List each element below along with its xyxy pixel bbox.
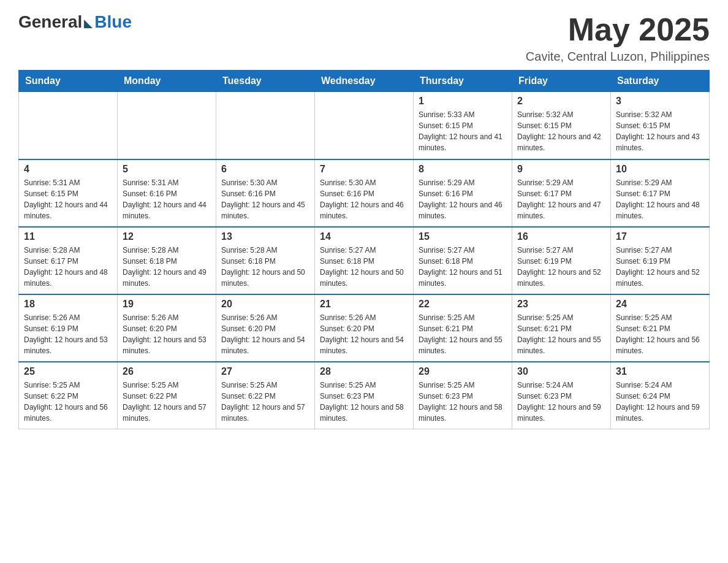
calendar-week-row: 11Sunrise: 5:28 AM Sunset: 6:17 PM Dayli…	[19, 227, 710, 294]
day-number: 25	[24, 366, 112, 377]
day-number: 17	[616, 231, 704, 242]
day-number: 28	[320, 366, 408, 377]
day-number: 22	[419, 299, 507, 310]
day-info: Sunrise: 5:25 AM Sunset: 6:21 PM Dayligh…	[517, 312, 605, 356]
day-number: 13	[221, 231, 309, 242]
calendar-week-row: 18Sunrise: 5:26 AM Sunset: 6:19 PM Dayli…	[19, 294, 710, 362]
day-number: 11	[24, 231, 112, 242]
calendar-cell: 2Sunrise: 5:32 AM Sunset: 6:15 PM Daylig…	[512, 92, 611, 159]
logo-general-text: General	[18, 12, 82, 32]
calendar-cell: 1Sunrise: 5:33 AM Sunset: 6:15 PM Daylig…	[414, 92, 512, 159]
day-number: 10	[616, 164, 704, 175]
day-info: Sunrise: 5:24 AM Sunset: 6:23 PM Dayligh…	[517, 380, 605, 424]
calendar-cell: 12Sunrise: 5:28 AM Sunset: 6:18 PM Dayli…	[118, 227, 216, 294]
day-info: Sunrise: 5:25 AM Sunset: 6:21 PM Dayligh…	[616, 312, 704, 356]
day-number: 16	[517, 231, 605, 242]
calendar-cell: 18Sunrise: 5:26 AM Sunset: 6:19 PM Dayli…	[19, 294, 118, 362]
calendar-cell: 30Sunrise: 5:24 AM Sunset: 6:23 PM Dayli…	[512, 362, 611, 429]
calendar-cell: 19Sunrise: 5:26 AM Sunset: 6:20 PM Dayli…	[118, 294, 216, 362]
calendar-week-row: 4Sunrise: 5:31 AM Sunset: 6:15 PM Daylig…	[19, 159, 710, 227]
day-number: 5	[123, 164, 211, 175]
day-info: Sunrise: 5:25 AM Sunset: 6:21 PM Dayligh…	[419, 312, 507, 356]
calendar-cell: 5Sunrise: 5:31 AM Sunset: 6:16 PM Daylig…	[118, 159, 216, 227]
day-number: 24	[616, 299, 704, 310]
day-number: 12	[123, 231, 211, 242]
day-info: Sunrise: 5:25 AM Sunset: 6:22 PM Dayligh…	[123, 380, 211, 424]
calendar-cell: 22Sunrise: 5:25 AM Sunset: 6:21 PM Dayli…	[414, 294, 512, 362]
calendar-cell: 29Sunrise: 5:25 AM Sunset: 6:23 PM Dayli…	[414, 362, 512, 429]
calendar-cell: 25Sunrise: 5:25 AM Sunset: 6:22 PM Dayli…	[19, 362, 118, 429]
col-header-monday: Monday	[118, 71, 216, 92]
col-header-tuesday: Tuesday	[216, 71, 315, 92]
day-number: 15	[419, 231, 507, 242]
day-info: Sunrise: 5:27 AM Sunset: 6:18 PM Dayligh…	[320, 245, 408, 289]
day-number: 21	[320, 299, 408, 310]
day-info: Sunrise: 5:28 AM Sunset: 6:18 PM Dayligh…	[221, 245, 309, 289]
day-number: 19	[123, 299, 211, 310]
calendar-cell: 24Sunrise: 5:25 AM Sunset: 6:21 PM Dayli…	[611, 294, 710, 362]
month-year-title: May 2025	[526, 12, 710, 47]
calendar-cell	[216, 92, 315, 159]
calendar-cell: 21Sunrise: 5:26 AM Sunset: 6:20 PM Dayli…	[315, 294, 414, 362]
day-number: 31	[616, 366, 704, 377]
calendar-cell: 3Sunrise: 5:32 AM Sunset: 6:15 PM Daylig…	[611, 92, 710, 159]
day-info: Sunrise: 5:30 AM Sunset: 6:16 PM Dayligh…	[221, 177, 309, 221]
day-info: Sunrise: 5:26 AM Sunset: 6:19 PM Dayligh…	[24, 312, 112, 356]
day-info: Sunrise: 5:29 AM Sunset: 6:17 PM Dayligh…	[616, 177, 704, 221]
calendar-cell: 26Sunrise: 5:25 AM Sunset: 6:22 PM Dayli…	[118, 362, 216, 429]
calendar-cell: 27Sunrise: 5:25 AM Sunset: 6:22 PM Dayli…	[216, 362, 315, 429]
day-info: Sunrise: 5:26 AM Sunset: 6:20 PM Dayligh…	[123, 312, 211, 356]
day-info: Sunrise: 5:27 AM Sunset: 6:19 PM Dayligh…	[616, 245, 704, 289]
day-info: Sunrise: 5:32 AM Sunset: 6:15 PM Dayligh…	[517, 109, 605, 153]
calendar-cell: 14Sunrise: 5:27 AM Sunset: 6:18 PM Dayli…	[315, 227, 414, 294]
calendar-cell	[315, 92, 414, 159]
day-info: Sunrise: 5:28 AM Sunset: 6:18 PM Dayligh…	[123, 245, 211, 289]
calendar-header-row: SundayMondayTuesdayWednesdayThursdayFrid…	[19, 71, 710, 92]
day-info: Sunrise: 5:25 AM Sunset: 6:22 PM Dayligh…	[221, 380, 309, 424]
day-number: 23	[517, 299, 605, 310]
day-info: Sunrise: 5:32 AM Sunset: 6:15 PM Dayligh…	[616, 109, 704, 153]
calendar-cell: 31Sunrise: 5:24 AM Sunset: 6:24 PM Dayli…	[611, 362, 710, 429]
day-info: Sunrise: 5:31 AM Sunset: 6:15 PM Dayligh…	[24, 177, 112, 221]
calendar-cell: 11Sunrise: 5:28 AM Sunset: 6:17 PM Dayli…	[19, 227, 118, 294]
col-header-wednesday: Wednesday	[315, 71, 414, 92]
page-header: General Blue May 2025 Cavite, Central Lu…	[18, 12, 710, 64]
calendar-table: SundayMondayTuesdayWednesdayThursdayFrid…	[18, 70, 710, 429]
day-number: 20	[221, 299, 309, 310]
calendar-cell: 20Sunrise: 5:26 AM Sunset: 6:20 PM Dayli…	[216, 294, 315, 362]
calendar-cell: 23Sunrise: 5:25 AM Sunset: 6:21 PM Dayli…	[512, 294, 611, 362]
calendar-cell: 8Sunrise: 5:29 AM Sunset: 6:16 PM Daylig…	[414, 159, 512, 227]
calendar-cell: 28Sunrise: 5:25 AM Sunset: 6:23 PM Dayli…	[315, 362, 414, 429]
col-header-friday: Friday	[512, 71, 611, 92]
day-info: Sunrise: 5:27 AM Sunset: 6:18 PM Dayligh…	[419, 245, 507, 289]
calendar-cell: 13Sunrise: 5:28 AM Sunset: 6:18 PM Dayli…	[216, 227, 315, 294]
day-info: Sunrise: 5:31 AM Sunset: 6:16 PM Dayligh…	[123, 177, 211, 221]
day-number: 1	[419, 96, 507, 107]
day-info: Sunrise: 5:26 AM Sunset: 6:20 PM Dayligh…	[221, 312, 309, 356]
col-header-thursday: Thursday	[414, 71, 512, 92]
day-number: 3	[616, 96, 704, 107]
day-number: 9	[517, 164, 605, 175]
day-number: 30	[517, 366, 605, 377]
day-info: Sunrise: 5:27 AM Sunset: 6:19 PM Dayligh…	[517, 245, 605, 289]
calendar-cell: 17Sunrise: 5:27 AM Sunset: 6:19 PM Dayli…	[611, 227, 710, 294]
day-info: Sunrise: 5:24 AM Sunset: 6:24 PM Dayligh…	[616, 380, 704, 424]
day-info: Sunrise: 5:25 AM Sunset: 6:23 PM Dayligh…	[419, 380, 507, 424]
day-number: 18	[24, 299, 112, 310]
calendar-cell: 16Sunrise: 5:27 AM Sunset: 6:19 PM Dayli…	[512, 227, 611, 294]
col-header-saturday: Saturday	[611, 71, 710, 92]
calendar-cell: 15Sunrise: 5:27 AM Sunset: 6:18 PM Dayli…	[414, 227, 512, 294]
calendar-week-row: 1Sunrise: 5:33 AM Sunset: 6:15 PM Daylig…	[19, 92, 710, 159]
day-number: 14	[320, 231, 408, 242]
day-number: 8	[419, 164, 507, 175]
col-header-sunday: Sunday	[19, 71, 118, 92]
day-number: 6	[221, 164, 309, 175]
day-number: 2	[517, 96, 605, 107]
day-number: 7	[320, 164, 408, 175]
calendar-cell: 6Sunrise: 5:30 AM Sunset: 6:16 PM Daylig…	[216, 159, 315, 227]
calendar-cell: 4Sunrise: 5:31 AM Sunset: 6:15 PM Daylig…	[19, 159, 118, 227]
day-info: Sunrise: 5:30 AM Sunset: 6:16 PM Dayligh…	[320, 177, 408, 221]
title-section: May 2025 Cavite, Central Luzon, Philippi…	[526, 12, 710, 64]
calendar-cell: 9Sunrise: 5:29 AM Sunset: 6:17 PM Daylig…	[512, 159, 611, 227]
day-number: 26	[123, 366, 211, 377]
